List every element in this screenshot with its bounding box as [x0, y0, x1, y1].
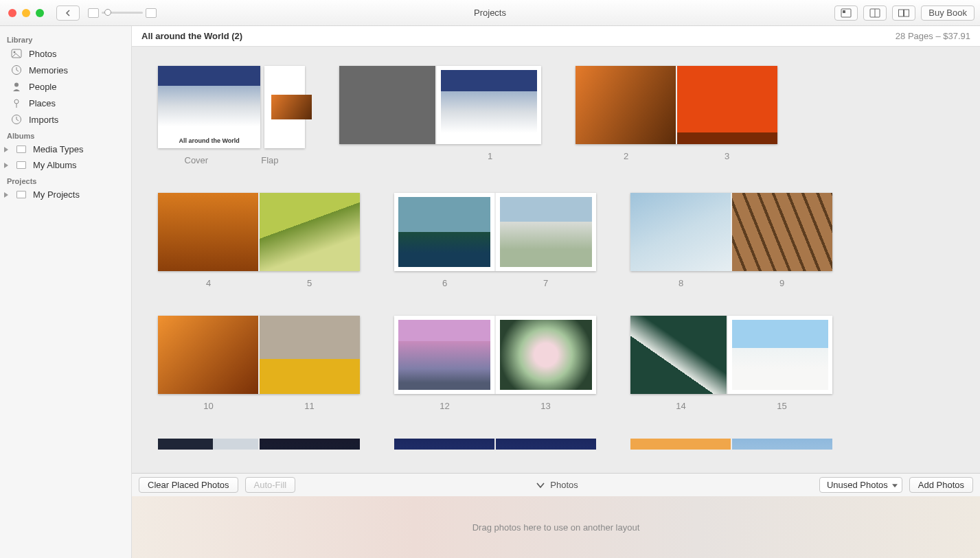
- page-13[interactable]: [496, 316, 596, 394]
- project-icon: [16, 191, 26, 198]
- sidebar-label: Places: [29, 98, 56, 108]
- disclosure-triangle-icon[interactable]: [4, 163, 8, 168]
- page-photo: [732, 439, 832, 450]
- page-8[interactable]: [630, 193, 731, 271]
- page-2[interactable]: [576, 66, 676, 144]
- imports-icon: [11, 114, 22, 125]
- page-18[interactable]: [394, 439, 494, 450]
- sidebar-item-photos[interactable]: Photos: [0, 45, 131, 62]
- page-16[interactable]: [158, 439, 258, 450]
- page-label: 3: [725, 151, 729, 161]
- disclosure-triangle-icon[interactable]: [4, 192, 8, 198]
- sidebar-item-memories[interactable]: Memories: [0, 62, 131, 78]
- page-17[interactable]: [260, 439, 360, 450]
- photos-tray[interactable]: Drag photos here to use on another layou…: [132, 496, 980, 558]
- page-label: Cover: [185, 155, 209, 165]
- sidebar-item-my-albums[interactable]: My Albums: [0, 157, 131, 173]
- page-photo: [630, 316, 727, 394]
- layout-options-button[interactable]: [834, 5, 858, 21]
- sidebar-item-media-types[interactable]: Media Types: [0, 141, 131, 157]
- page-7[interactable]: [496, 193, 596, 271]
- spread-2-3: 2 3: [576, 66, 777, 165]
- sidebar-label: Photos: [29, 49, 56, 59]
- page-9[interactable]: [732, 193, 832, 271]
- page-photo: [260, 439, 360, 450]
- spread-8-9: 8 9: [630, 193, 832, 288]
- sidebar-label: People: [29, 82, 56, 92]
- sidebar-item-imports[interactable]: Imports: [0, 111, 131, 128]
- page-15[interactable]: [728, 316, 832, 394]
- page-label: 6: [442, 278, 447, 288]
- sidebar-item-people[interactable]: People: [0, 78, 131, 95]
- clear-placed-photos-button[interactable]: Clear Placed Photos: [139, 477, 238, 493]
- page-view-button[interactable]: [863, 5, 887, 21]
- page-12[interactable]: [394, 316, 494, 394]
- page-14[interactable]: [630, 316, 727, 394]
- photos-icon: [11, 48, 22, 59]
- page-photo: [500, 197, 592, 267]
- svg-rect-5: [904, 10, 909, 16]
- page-photo: [500, 320, 592, 390]
- flap-photo: [271, 95, 312, 119]
- page-photo: [732, 320, 828, 390]
- page-5[interactable]: [260, 193, 360, 271]
- svg-point-7: [14, 51, 16, 54]
- disclosure-triangle-icon[interactable]: [4, 147, 8, 152]
- page-label: 11: [304, 401, 314, 411]
- page-grid-scroll[interactable]: All around the World Cover Flap: [132, 47, 980, 473]
- page-19[interactable]: [496, 439, 596, 450]
- page-label: 13: [540, 401, 550, 411]
- sidebar: Library Photos Memories People Places Im…: [0, 26, 132, 558]
- sidebar-label: My Projects: [33, 189, 80, 200]
- project-title: All around the World (2): [141, 31, 242, 41]
- album-icon: [16, 146, 26, 153]
- window-title: Projects: [0, 8, 980, 18]
- sidebar-label: My Albums: [33, 160, 77, 170]
- spread-view-button[interactable]: [892, 5, 915, 21]
- page-label: Flap: [261, 155, 278, 165]
- sidebar-section-projects: Projects: [0, 173, 131, 187]
- photos-tray-label: Photos: [550, 480, 578, 490]
- project-pages-price: 28 Pages – $37.91: [896, 31, 970, 41]
- page-photo: [158, 439, 258, 450]
- add-photos-button[interactable]: Add Photos: [909, 477, 973, 493]
- cover-page[interactable]: All around the World: [158, 66, 260, 148]
- page-11[interactable]: [260, 316, 360, 394]
- photos-tray-toggle[interactable]: Photos: [302, 480, 812, 490]
- page-1[interactable]: [437, 66, 541, 144]
- sidebar-item-my-projects[interactable]: My Projects: [0, 187, 131, 202]
- page-10[interactable]: [158, 316, 258, 394]
- spread-4-5: 4 5: [158, 193, 360, 288]
- sidebar-section-albums: Albums: [0, 128, 131, 141]
- sidebar-item-places[interactable]: Places: [0, 95, 131, 111]
- page-label: 15: [777, 401, 786, 411]
- unused-photos-select[interactable]: Unused Photos: [819, 477, 902, 493]
- page-20[interactable]: [630, 439, 731, 450]
- page-photo: [158, 316, 258, 394]
- page-21[interactable]: [732, 439, 832, 450]
- spread-cover: All around the World Cover Flap: [158, 66, 305, 165]
- auto-fill-button[interactable]: Auto-Fill: [245, 477, 296, 493]
- blank-page[interactable]: [339, 66, 435, 144]
- spread-16-17: [158, 439, 360, 450]
- page-photo: [732, 193, 832, 271]
- sidebar-label: Media Types: [33, 144, 83, 154]
- page-photo: [630, 193, 731, 271]
- page-4[interactable]: [158, 193, 258, 271]
- flap-page[interactable]: [264, 66, 305, 148]
- spread-18-19: [394, 439, 596, 450]
- spread-6-7: 6 7: [394, 193, 596, 288]
- page-photo: [630, 439, 731, 450]
- chevron-down-icon: [536, 482, 545, 489]
- sidebar-label: Memories: [29, 65, 68, 75]
- buy-book-button[interactable]: Buy Book: [921, 5, 975, 21]
- page-label: 4: [206, 278, 211, 288]
- page-photo: [398, 197, 490, 267]
- page-6[interactable]: [394, 193, 494, 271]
- svg-point-10: [14, 100, 19, 104]
- page-3[interactable]: [677, 66, 777, 144]
- page-label: 14: [676, 401, 685, 411]
- page-label: 1: [488, 151, 492, 161]
- spread-10-11: 10 11: [158, 316, 360, 411]
- svg-rect-4: [899, 10, 904, 16]
